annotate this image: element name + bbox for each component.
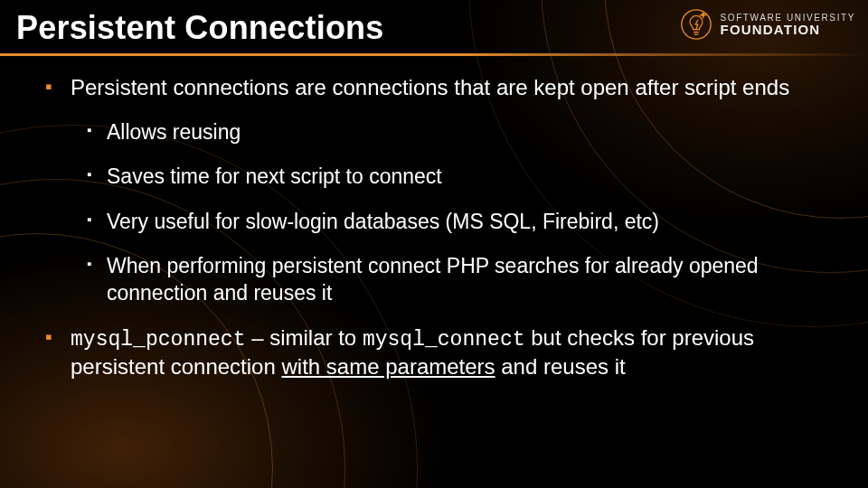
bullet-level1: Persistent connections are connections t… bbox=[43, 74, 832, 306]
svg-rect-7 bbox=[704, 14, 706, 15]
bullet-level2: Allows reusing bbox=[87, 119, 832, 145]
bullet-text: Allows reusing bbox=[107, 120, 241, 144]
brand-line2: FOUNDATION bbox=[721, 23, 855, 36]
title-underline bbox=[0, 53, 868, 56]
underlined-text: with same parameters bbox=[281, 354, 495, 379]
bullet-text: – similar to bbox=[246, 325, 363, 350]
bullet-level1: mysql_pconnect – similar to mysql_connec… bbox=[43, 324, 832, 380]
brand-text: SOFTWARE UNIVERSITY FOUNDATION bbox=[721, 14, 855, 36]
bullet-level2: Very useful for slow-login databases (MS… bbox=[87, 209, 832, 235]
bullet-text: When performing persistent connect PHP s… bbox=[107, 254, 759, 304]
svg-rect-6 bbox=[699, 14, 701, 15]
svg-point-3 bbox=[701, 13, 705, 17]
svg-rect-5 bbox=[703, 17, 703, 19]
lightbulb-gear-icon bbox=[679, 7, 713, 42]
slide-title: Persistent Connections bbox=[16, 9, 383, 47]
bullet-text: Saves time for next script to connect bbox=[107, 164, 442, 188]
svg-rect-4 bbox=[703, 12, 703, 14]
code-token: mysql_connect bbox=[363, 328, 525, 352]
brand-logo: SOFTWARE UNIVERSITY FOUNDATION bbox=[679, 7, 855, 42]
brand-line1: SOFTWARE UNIVERSITY bbox=[721, 14, 855, 23]
bullet-text: Very useful for slow-login databases (MS… bbox=[107, 210, 659, 233]
bullet-level2: When performing persistent connect PHP s… bbox=[87, 253, 832, 306]
bullet-text: and reuses it bbox=[495, 354, 626, 379]
bullet-level2: Saves time for next script to connect bbox=[87, 164, 832, 190]
slide-body: Persistent connections are connections t… bbox=[43, 74, 832, 399]
slide: Persistent Connections bbox=[0, 0, 868, 488]
bullet-text: Persistent connections are connections t… bbox=[71, 75, 789, 99]
code-token: mysql_pconnect bbox=[71, 328, 246, 352]
